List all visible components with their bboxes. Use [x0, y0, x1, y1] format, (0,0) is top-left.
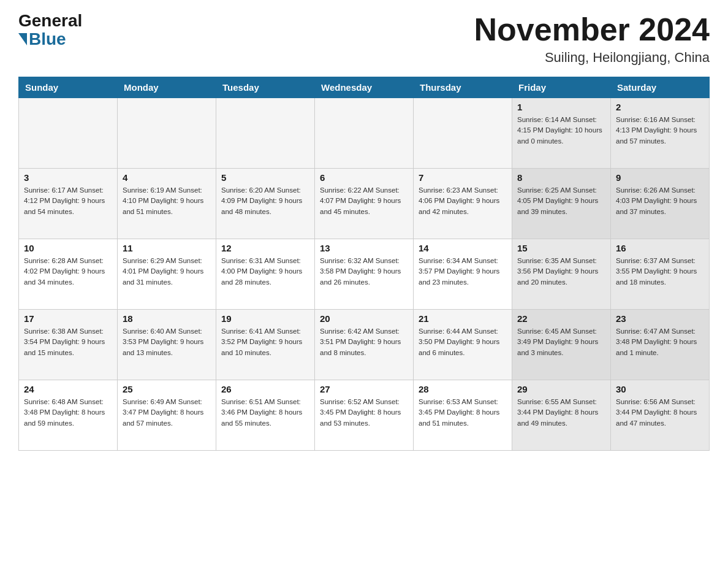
day-info: Sunrise: 6:40 AM Sunset: 3:53 PM Dayligh…: [123, 326, 211, 358]
calendar-cell: 12Sunrise: 6:31 AM Sunset: 4:00 PM Dayli…: [216, 239, 315, 310]
day-info: Sunrise: 6:53 AM Sunset: 3:45 PM Dayligh…: [419, 397, 507, 429]
day-number: 3: [24, 172, 112, 183]
weekday-header-thursday: Thursday: [414, 77, 512, 98]
calendar-cell: 16Sunrise: 6:37 AM Sunset: 3:55 PM Dayli…: [611, 239, 710, 310]
day-info: Sunrise: 6:55 AM Sunset: 3:44 PM Dayligh…: [517, 397, 605, 429]
logo-general-text: General: [18, 12, 82, 29]
calendar-cell: 7Sunrise: 6:23 AM Sunset: 4:06 PM Daylig…: [414, 169, 512, 239]
calendar-cell: 27Sunrise: 6:52 AM Sunset: 3:45 PM Dayli…: [315, 380, 414, 451]
weekday-header-monday: Monday: [118, 77, 216, 98]
day-info: Sunrise: 6:19 AM Sunset: 4:10 PM Dayligh…: [123, 185, 211, 217]
day-number: 18: [123, 313, 211, 324]
calendar-cell: 11Sunrise: 6:29 AM Sunset: 4:01 PM Dayli…: [118, 239, 216, 310]
day-info: Sunrise: 6:16 AM Sunset: 4:13 PM Dayligh…: [616, 115, 704, 147]
calendar-cell: 1Sunrise: 6:14 AM Sunset: 4:15 PM Daylig…: [512, 98, 611, 169]
day-info: Sunrise: 6:20 AM Sunset: 4:09 PM Dayligh…: [221, 185, 309, 217]
calendar-cell: 28Sunrise: 6:53 AM Sunset: 3:45 PM Dayli…: [414, 380, 512, 451]
day-info: Sunrise: 6:23 AM Sunset: 4:06 PM Dayligh…: [419, 185, 507, 217]
calendar-cell: [315, 98, 414, 169]
calendar-cell: [216, 98, 315, 169]
calendar-cell: 29Sunrise: 6:55 AM Sunset: 3:44 PM Dayli…: [512, 380, 611, 451]
day-info: Sunrise: 6:34 AM Sunset: 3:57 PM Dayligh…: [419, 256, 507, 288]
day-info: Sunrise: 6:51 AM Sunset: 3:46 PM Dayligh…: [221, 397, 309, 429]
calendar-cell: 21Sunrise: 6:44 AM Sunset: 3:50 PM Dayli…: [414, 310, 512, 380]
day-info: Sunrise: 6:41 AM Sunset: 3:52 PM Dayligh…: [221, 326, 309, 358]
calendar-cell: 30Sunrise: 6:56 AM Sunset: 3:44 PM Dayli…: [611, 380, 710, 451]
day-number: 4: [123, 172, 211, 183]
day-number: 30: [616, 384, 704, 394]
day-number: 29: [517, 384, 605, 394]
day-info: Sunrise: 6:56 AM Sunset: 3:44 PM Dayligh…: [616, 397, 704, 429]
weekday-header-wednesday: Wednesday: [315, 77, 414, 98]
day-number: 27: [320, 384, 408, 394]
calendar-cell: [118, 98, 216, 169]
day-number: 5: [221, 172, 309, 183]
day-number: 9: [616, 172, 704, 183]
calendar-cell: 20Sunrise: 6:42 AM Sunset: 3:51 PM Dayli…: [315, 310, 414, 380]
calendar-week-row: 24Sunrise: 6:48 AM Sunset: 3:48 PM Dayli…: [19, 380, 710, 451]
calendar-cell: 22Sunrise: 6:45 AM Sunset: 3:49 PM Dayli…: [512, 310, 611, 380]
day-info: Sunrise: 6:32 AM Sunset: 3:58 PM Dayligh…: [320, 256, 408, 288]
logo: General Blue: [18, 12, 82, 48]
calendar-cell: [19, 98, 118, 169]
day-info: Sunrise: 6:31 AM Sunset: 4:00 PM Dayligh…: [221, 256, 309, 288]
day-number: 21: [419, 313, 507, 324]
calendar-week-row: 10Sunrise: 6:28 AM Sunset: 4:02 PM Dayli…: [19, 239, 710, 310]
day-info: Sunrise: 6:29 AM Sunset: 4:01 PM Dayligh…: [123, 256, 211, 288]
day-number: 26: [221, 384, 309, 394]
calendar-cell: 14Sunrise: 6:34 AM Sunset: 3:57 PM Dayli…: [414, 239, 512, 310]
day-info: Sunrise: 6:47 AM Sunset: 3:48 PM Dayligh…: [616, 326, 704, 358]
day-number: 1: [517, 102, 605, 112]
page-header: General Blue November 2024 Suiling, Heil…: [18, 12, 710, 66]
calendar-title: November 2024: [474, 12, 710, 47]
calendar-cell: 8Sunrise: 6:25 AM Sunset: 4:05 PM Daylig…: [512, 169, 611, 239]
day-info: Sunrise: 6:42 AM Sunset: 3:51 PM Dayligh…: [320, 326, 408, 358]
calendar-cell: 25Sunrise: 6:49 AM Sunset: 3:47 PM Dayli…: [118, 380, 216, 451]
day-number: 8: [517, 172, 605, 183]
calendar-cell: 17Sunrise: 6:38 AM Sunset: 3:54 PM Dayli…: [19, 310, 118, 380]
day-info: Sunrise: 6:28 AM Sunset: 4:02 PM Dayligh…: [24, 256, 112, 288]
day-info: Sunrise: 6:22 AM Sunset: 4:07 PM Dayligh…: [320, 185, 408, 217]
day-info: Sunrise: 6:14 AM Sunset: 4:15 PM Dayligh…: [517, 115, 605, 147]
day-info: Sunrise: 6:38 AM Sunset: 3:54 PM Dayligh…: [24, 326, 112, 358]
calendar-cell: 18Sunrise: 6:40 AM Sunset: 3:53 PM Dayli…: [118, 310, 216, 380]
day-number: 17: [24, 313, 112, 324]
calendar-cell: 9Sunrise: 6:26 AM Sunset: 4:03 PM Daylig…: [611, 169, 710, 239]
calendar-cell: 10Sunrise: 6:28 AM Sunset: 4:02 PM Dayli…: [19, 239, 118, 310]
calendar-cell: 2Sunrise: 6:16 AM Sunset: 4:13 PM Daylig…: [611, 98, 710, 169]
day-number: 6: [320, 172, 408, 183]
day-number: 13: [320, 243, 408, 253]
calendar-cell: 6Sunrise: 6:22 AM Sunset: 4:07 PM Daylig…: [315, 169, 414, 239]
calendar-cell: 5Sunrise: 6:20 AM Sunset: 4:09 PM Daylig…: [216, 169, 315, 239]
calendar-cell: 13Sunrise: 6:32 AM Sunset: 3:58 PM Dayli…: [315, 239, 414, 310]
day-number: 14: [419, 243, 507, 253]
day-info: Sunrise: 6:52 AM Sunset: 3:45 PM Dayligh…: [320, 397, 408, 429]
weekday-header-sunday: Sunday: [19, 77, 118, 98]
weekday-header-friday: Friday: [512, 77, 611, 98]
day-number: 28: [419, 384, 507, 394]
weekday-header-tuesday: Tuesday: [216, 77, 315, 98]
day-info: Sunrise: 6:35 AM Sunset: 3:56 PM Dayligh…: [517, 256, 605, 288]
calendar-week-row: 3Sunrise: 6:17 AM Sunset: 4:12 PM Daylig…: [19, 169, 710, 239]
day-number: 24: [24, 384, 112, 394]
day-number: 10: [24, 243, 112, 253]
day-number: 23: [616, 313, 704, 324]
calendar-table: SundayMondayTuesdayWednesdayThursdayFrid…: [18, 77, 710, 451]
day-number: 11: [123, 243, 211, 253]
calendar-cell: 19Sunrise: 6:41 AM Sunset: 3:52 PM Dayli…: [216, 310, 315, 380]
day-info: Sunrise: 6:48 AM Sunset: 3:48 PM Dayligh…: [24, 397, 112, 429]
weekday-header-saturday: Saturday: [611, 77, 710, 98]
day-info: Sunrise: 6:45 AM Sunset: 3:49 PM Dayligh…: [517, 326, 605, 358]
logo-triangle-icon: [18, 33, 27, 45]
day-info: Sunrise: 6:25 AM Sunset: 4:05 PM Dayligh…: [517, 185, 605, 217]
calendar-cell: 3Sunrise: 6:17 AM Sunset: 4:12 PM Daylig…: [19, 169, 118, 239]
calendar-cell: 4Sunrise: 6:19 AM Sunset: 4:10 PM Daylig…: [118, 169, 216, 239]
day-number: 12: [221, 243, 309, 253]
logo-blue-text: Blue: [29, 31, 66, 48]
calendar-cell: 23Sunrise: 6:47 AM Sunset: 3:48 PM Dayli…: [611, 310, 710, 380]
calendar-week-row: 1Sunrise: 6:14 AM Sunset: 4:15 PM Daylig…: [19, 98, 710, 169]
calendar-location: Suiling, Heilongjiang, China: [474, 50, 710, 66]
day-number: 15: [517, 243, 605, 253]
day-info: Sunrise: 6:49 AM Sunset: 3:47 PM Dayligh…: [123, 397, 211, 429]
day-number: 19: [221, 313, 309, 324]
